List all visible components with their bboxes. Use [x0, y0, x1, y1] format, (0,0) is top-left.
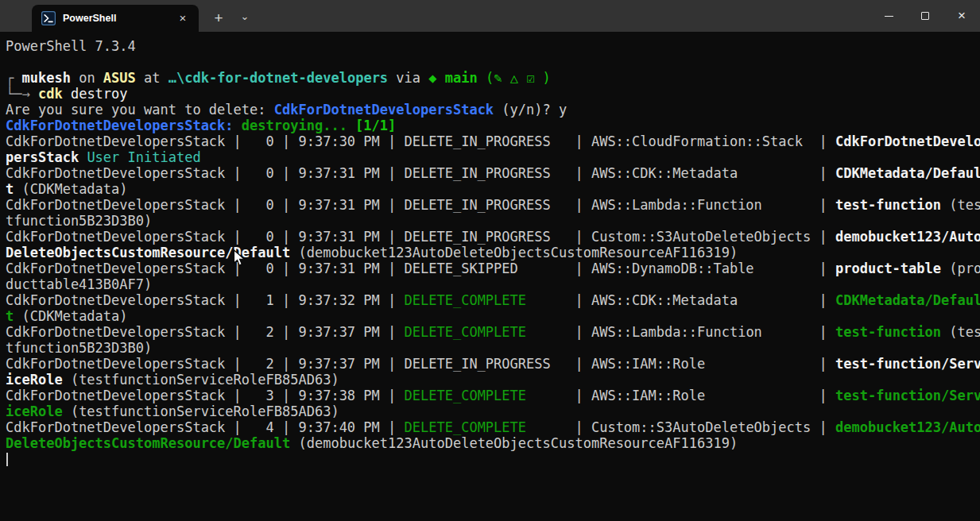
minimize-button[interactable] [870, 0, 907, 32]
tab-powershell[interactable]: PowerShell × [32, 5, 199, 32]
tab-close-icon[interactable]: × [173, 9, 192, 28]
terminal-line: CdkForDotnetDevelopersStack | 1 | 9:37:3… [6, 292, 980, 308]
terminal-line: Are you sure you want to delete: CdkForD… [6, 102, 980, 118]
window-controls: × [870, 0, 980, 32]
terminal-line: CdkForDotnetDevelopersStack | 2 | 9:37:3… [6, 324, 980, 340]
minimize-icon [885, 16, 893, 17]
maximize-button[interactable] [907, 0, 943, 32]
terminal-line: CdkForDotnetDevelopersStack | 0 | 9:37:3… [6, 229, 980, 245]
close-button[interactable]: × [943, 0, 980, 32]
terminal-line: CdkForDotnetDevelopersStack | 2 | 9:37:3… [6, 356, 980, 372]
terminal-line: └─→ cdk destroy [6, 86, 980, 102]
terminal-line: DeleteObjectsCustomResource/Default (dem… [6, 245, 980, 260]
titlebar[interactable]: PowerShell × + ⌄ × [0, 0, 980, 32]
terminal-line: CdkForDotnetDevelopersStack | 0 | 9:37:3… [6, 133, 980, 149]
powershell-icon [41, 11, 56, 25]
terminal-line: CdkForDotnetDevelopersStack | 0 | 9:37:3… [6, 165, 980, 181]
terminal-line: CdkForDotnetDevelopersStack | 4 | 9:37:4… [6, 419, 980, 435]
terminal-line [6, 54, 980, 70]
terminal-line: t (CDKMetadata) [6, 308, 980, 324]
maximize-icon [921, 12, 929, 20]
terminal-line: CdkForDotnetDevelopersStack | 3 | 9:37:3… [6, 388, 980, 403]
tab-dropdown-icon[interactable]: ⌄ [234, 5, 256, 32]
new-tab-button[interactable]: + [205, 5, 232, 32]
terminal-line: t (CDKMetadata) [6, 181, 980, 197]
terminal-line: CdkForDotnetDevelopersStack | 0 | 9:37:3… [6, 197, 980, 213]
terminal-line: ┌ mukesh on ASUS at …\cdk-for-dotnet-dev… [6, 70, 980, 86]
terminal-line: ducttable413B0AF7) [6, 276, 980, 292]
terminal-line: iceRole (testfunctionServiceRoleFB85AD63… [6, 372, 980, 388]
terminal-line: CdkForDotnetDevelopersStack | 0 | 9:37:3… [6, 260, 980, 276]
terminal-output: PowerShell 7.3.4 ┌ mukesh on ASUS at …\c… [6, 38, 980, 451]
terminal[interactable]: PowerShell 7.3.4 ┌ mukesh on ASUS at …\c… [0, 32, 980, 521]
terminal-line: iceRole (testfunctionServiceRoleFB85AD63… [6, 403, 980, 419]
terminal-line: tfunction5B23D3B0) [6, 340, 980, 356]
terminal-line: persStack User Initiated [6, 149, 980, 165]
terminal-line: CdkForDotnetDevelopersStack: destroying.… [6, 118, 980, 133]
terminal-line: PowerShell 7.3.4 [6, 38, 980, 54]
terminal-cursor [6, 453, 8, 466]
tab-title: PowerShell [63, 13, 173, 24]
terminal-line: tfunction5B23D3B0) [6, 213, 980, 229]
terminal-line: DeleteObjectsCustomResource/Default (dem… [6, 435, 980, 451]
